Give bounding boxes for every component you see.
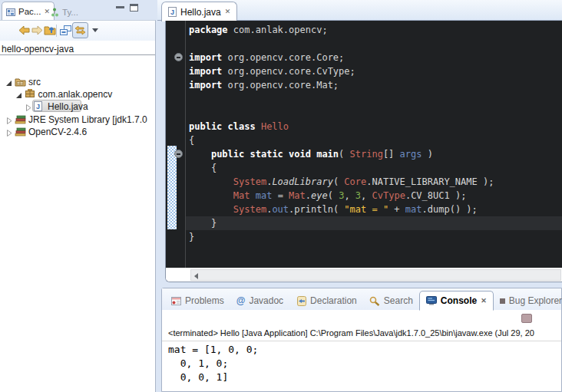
- editor-horizontal-scrollbar[interactable]: [166, 268, 562, 282]
- tab-label: Ty...: [62, 8, 78, 17]
- package-explorer-tabstrip: Pac... ✕ Ty...: [0, 0, 157, 20]
- java-file-icon: J: [168, 7, 177, 17]
- code-line: [189, 92, 494, 106]
- console-icon: [426, 296, 437, 305]
- console-line: 0, 0, 1]: [168, 371, 258, 384]
- tree-item-opencv-2-4-6[interactable]: OpenCV-2.4.6: [0, 126, 155, 138]
- declaration-icon: [296, 296, 306, 306]
- editor-tab-label: Hello.java: [180, 7, 221, 18]
- tree-item-label: Hello.java: [48, 101, 88, 112]
- console-toolbar-icon[interactable]: [521, 314, 532, 323]
- code-line: import org.opencv.core.CvType;: [189, 64, 494, 78]
- close-icon[interactable]: ✕: [225, 8, 231, 15]
- minimize-button[interactable]: [116, 6, 124, 8]
- view-menu-icon[interactable]: [92, 28, 98, 32]
- tab-declaration[interactable]: Declaration: [289, 292, 363, 310]
- project-tree: srccom.anlak.opencvJHello.javaJRE System…: [0, 41, 155, 392]
- bottom-tabstrip: Problems@JavadocDeclarationSearchConsole…: [162, 288, 561, 310]
- code-line: System.LoadLibrary( Core.NATIVE_LIBRARY_…: [189, 175, 494, 189]
- javadoc-icon: @: [236, 296, 246, 305]
- package-explorer-toolbar: [0, 21, 155, 41]
- library-icon: [15, 127, 26, 137]
- code-line: [189, 37, 494, 51]
- fold-collapse-icon[interactable]: [174, 150, 183, 158]
- tree-item-src[interactable]: src: [0, 76, 155, 88]
- square-icon: [500, 298, 505, 304]
- code-line: [189, 106, 494, 120]
- fold-collapse-icon[interactable]: [174, 53, 183, 61]
- collapsed-arrow-icon[interactable]: [6, 128, 13, 135]
- package-icon: [25, 89, 36, 100]
- tab-label: Search: [384, 295, 413, 306]
- code-line: Mat mat = Mat.eye( 3, 3, CvType.CV_8UC1 …: [189, 189, 494, 203]
- code-text: package com.anlak.opencv; import org.ope…: [189, 23, 494, 244]
- range-indicator: [167, 146, 177, 229]
- up-icon[interactable]: [44, 24, 57, 36]
- expanded-arrow-icon[interactable]: [6, 78, 13, 85]
- code-line: import org.opencv.core.Mat;: [189, 78, 494, 92]
- fold-gutter-separator: [185, 21, 186, 268]
- console-header: <terminated> Hello [Java Application] C:…: [162, 328, 561, 341]
- expanded-arrow-icon[interactable]: [16, 91, 23, 97]
- tree-item-label: JRE System Library [jdk1.7.0: [28, 114, 147, 125]
- editor-panel: package com.anlak.opencv; import org.ope…: [165, 21, 562, 282]
- tree-item-label: OpenCV-2.4.6: [28, 127, 87, 137]
- tab-problems[interactable]: Problems: [165, 292, 230, 310]
- scrollbar-track[interactable]: [190, 269, 561, 281]
- tab-type-hierarchy[interactable]: Ty...: [48, 4, 81, 20]
- code-line: {: [189, 161, 494, 175]
- code-line: public static void main( String[] args ): [189, 147, 494, 161]
- source-folder-icon: [15, 77, 26, 87]
- tab-package-explorer[interactable]: Pac... ✕: [2, 2, 55, 21]
- tab-label: Console: [441, 295, 477, 306]
- forward-icon[interactable]: [31, 25, 43, 35]
- maximize-button[interactable]: [130, 4, 138, 12]
- collapsed-arrow-icon[interactable]: [25, 103, 32, 110]
- tab-javadoc[interactable]: @Javadoc: [230, 292, 289, 310]
- problems-icon: [171, 296, 181, 305]
- svg-text:J: J: [36, 103, 40, 110]
- tab-bug-explorer[interactable]: Bug Explorer: [494, 292, 562, 310]
- back-icon[interactable]: [18, 25, 30, 35]
- code-editor[interactable]: package com.anlak.opencv; import org.ope…: [166, 21, 562, 268]
- console-line: 0, 1, 0;: [168, 357, 258, 371]
- code-line: public class Hello: [189, 120, 494, 133]
- console-view: Problems@JavadocDeclarationSearchConsole…: [161, 288, 562, 392]
- type-hierarchy-icon: [51, 8, 59, 17]
- tree-item-jre-system-library-jdk1-7-0[interactable]: JRE System Library [jdk1.7.0: [0, 114, 155, 126]
- package-explorer-view: hello-opencv-java srccom.anlak.opencvJHe…: [0, 20, 156, 392]
- tab-label: Pac...: [18, 7, 41, 16]
- code-line: }: [189, 216, 494, 230]
- java-file-icon: J: [34, 101, 45, 112]
- code-line: }: [189, 230, 494, 244]
- library-icon: [15, 114, 26, 125]
- tab-console[interactable]: Console✕: [419, 291, 494, 311]
- collapse-all-icon[interactable]: [60, 25, 71, 36]
- code-line: package com.anlak.opencv;: [189, 23, 494, 37]
- collapsed-arrow-icon[interactable]: [6, 116, 13, 123]
- code-line: {: [189, 133, 494, 147]
- code-line: import org.opencv.core.Core;: [189, 51, 494, 64]
- close-icon[interactable]: ✕: [481, 298, 487, 305]
- tab-search[interactable]: Search: [363, 292, 419, 310]
- tab-label: Javadoc: [249, 295, 283, 306]
- svg-text:J: J: [170, 8, 174, 16]
- search-icon: [369, 296, 380, 306]
- tab-label: Problems: [185, 295, 224, 306]
- console-line: mat = [1, 0, 0;: [168, 343, 258, 357]
- tree-item-label: src: [28, 77, 41, 87]
- tab-label: Declaration: [310, 295, 357, 306]
- code-line: System.out.println( "mat = " + mat.dump(…: [189, 203, 494, 216]
- scroll-left-arrow-icon[interactable]: [194, 273, 198, 279]
- tree-item-label: com.anlak.opencv: [38, 89, 113, 100]
- tree-item-com-anlak-opencv[interactable]: com.anlak.opencv: [0, 88, 155, 100]
- editor-tab-hello-java[interactable]: J Hello.java ✕: [161, 2, 237, 21]
- package-explorer-icon: [6, 7, 15, 16]
- toolbar-separator: [56, 25, 57, 37]
- tree-item-hello-java[interactable]: JHello.java: [0, 100, 155, 113]
- console-output: mat = [1, 0, 0; 0, 1, 0; 0, 0, 1]: [168, 343, 258, 384]
- link-with-editor-icon[interactable]: [72, 22, 88, 38]
- tab-label: Bug Explorer: [509, 295, 562, 306]
